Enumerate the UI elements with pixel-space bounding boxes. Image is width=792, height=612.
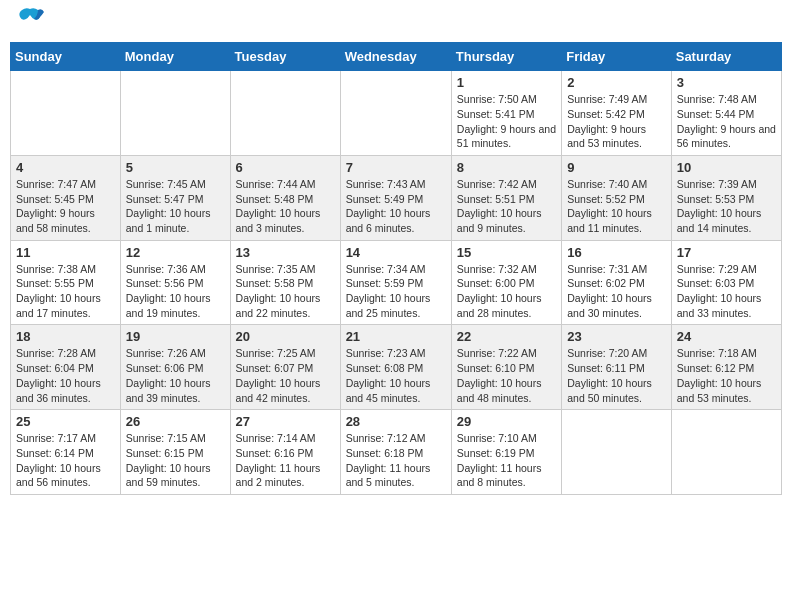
calendar-cell (340, 71, 451, 156)
day-info: Sunrise: 7:42 AM Sunset: 5:51 PM Dayligh… (457, 177, 556, 236)
day-info: Sunrise: 7:10 AM Sunset: 6:19 PM Dayligh… (457, 431, 556, 490)
day-info: Sunrise: 7:17 AM Sunset: 6:14 PM Dayligh… (16, 431, 115, 490)
week-row-3: 11Sunrise: 7:38 AM Sunset: 5:55 PM Dayli… (11, 240, 782, 325)
calendar-cell: 23Sunrise: 7:20 AM Sunset: 6:11 PM Dayli… (562, 325, 672, 410)
day-info: Sunrise: 7:26 AM Sunset: 6:06 PM Dayligh… (126, 346, 225, 405)
day-number: 1 (457, 75, 556, 90)
page-header (10, 10, 782, 34)
day-info: Sunrise: 7:40 AM Sunset: 5:52 PM Dayligh… (567, 177, 666, 236)
day-number: 17 (677, 245, 776, 260)
calendar-cell: 28Sunrise: 7:12 AM Sunset: 6:18 PM Dayli… (340, 410, 451, 495)
day-info: Sunrise: 7:22 AM Sunset: 6:10 PM Dayligh… (457, 346, 556, 405)
calendar-cell: 3Sunrise: 7:48 AM Sunset: 5:44 PM Daylig… (671, 71, 781, 156)
calendar-cell: 22Sunrise: 7:22 AM Sunset: 6:10 PM Dayli… (451, 325, 561, 410)
calendar-table: SundayMondayTuesdayWednesdayThursdayFrid… (10, 42, 782, 495)
calendar-cell (671, 410, 781, 495)
calendar-cell (11, 71, 121, 156)
day-number: 13 (236, 245, 335, 260)
calendar-cell: 26Sunrise: 7:15 AM Sunset: 6:15 PM Dayli… (120, 410, 230, 495)
day-number: 26 (126, 414, 225, 429)
day-number: 19 (126, 329, 225, 344)
day-info: Sunrise: 7:47 AM Sunset: 5:45 PM Dayligh… (16, 177, 115, 236)
day-number: 4 (16, 160, 115, 175)
calendar-cell (562, 410, 672, 495)
day-number: 28 (346, 414, 446, 429)
calendar-cell: 5Sunrise: 7:45 AM Sunset: 5:47 PM Daylig… (120, 155, 230, 240)
weekday-header-row: SundayMondayTuesdayWednesdayThursdayFrid… (11, 43, 782, 71)
day-info: Sunrise: 7:20 AM Sunset: 6:11 PM Dayligh… (567, 346, 666, 405)
day-info: Sunrise: 7:29 AM Sunset: 6:03 PM Dayligh… (677, 262, 776, 321)
weekday-header-wednesday: Wednesday (340, 43, 451, 71)
day-number: 27 (236, 414, 335, 429)
week-row-2: 4Sunrise: 7:47 AM Sunset: 5:45 PM Daylig… (11, 155, 782, 240)
calendar-cell: 19Sunrise: 7:26 AM Sunset: 6:06 PM Dayli… (120, 325, 230, 410)
day-info: Sunrise: 7:18 AM Sunset: 6:12 PM Dayligh… (677, 346, 776, 405)
calendar-cell: 24Sunrise: 7:18 AM Sunset: 6:12 PM Dayli… (671, 325, 781, 410)
weekday-header-thursday: Thursday (451, 43, 561, 71)
day-number: 20 (236, 329, 335, 344)
day-number: 21 (346, 329, 446, 344)
calendar-cell: 29Sunrise: 7:10 AM Sunset: 6:19 PM Dayli… (451, 410, 561, 495)
calendar-cell: 27Sunrise: 7:14 AM Sunset: 6:16 PM Dayli… (230, 410, 340, 495)
day-number: 3 (677, 75, 776, 90)
weekday-header-monday: Monday (120, 43, 230, 71)
day-info: Sunrise: 7:45 AM Sunset: 5:47 PM Dayligh… (126, 177, 225, 236)
weekday-header-tuesday: Tuesday (230, 43, 340, 71)
day-number: 12 (126, 245, 225, 260)
calendar-cell: 6Sunrise: 7:44 AM Sunset: 5:48 PM Daylig… (230, 155, 340, 240)
day-number: 8 (457, 160, 556, 175)
calendar-cell: 4Sunrise: 7:47 AM Sunset: 5:45 PM Daylig… (11, 155, 121, 240)
day-info: Sunrise: 7:23 AM Sunset: 6:08 PM Dayligh… (346, 346, 446, 405)
calendar-cell (120, 71, 230, 156)
day-info: Sunrise: 7:34 AM Sunset: 5:59 PM Dayligh… (346, 262, 446, 321)
logo-bird-icon (16, 7, 44, 29)
calendar-cell: 20Sunrise: 7:25 AM Sunset: 6:07 PM Dayli… (230, 325, 340, 410)
day-number: 16 (567, 245, 666, 260)
calendar-cell: 17Sunrise: 7:29 AM Sunset: 6:03 PM Dayli… (671, 240, 781, 325)
calendar-cell: 18Sunrise: 7:28 AM Sunset: 6:04 PM Dayli… (11, 325, 121, 410)
calendar-cell: 12Sunrise: 7:36 AM Sunset: 5:56 PM Dayli… (120, 240, 230, 325)
calendar-cell: 10Sunrise: 7:39 AM Sunset: 5:53 PM Dayli… (671, 155, 781, 240)
day-info: Sunrise: 7:36 AM Sunset: 5:56 PM Dayligh… (126, 262, 225, 321)
calendar-cell: 8Sunrise: 7:42 AM Sunset: 5:51 PM Daylig… (451, 155, 561, 240)
day-info: Sunrise: 7:44 AM Sunset: 5:48 PM Dayligh… (236, 177, 335, 236)
weekday-header-friday: Friday (562, 43, 672, 71)
day-number: 18 (16, 329, 115, 344)
day-number: 6 (236, 160, 335, 175)
calendar-cell: 25Sunrise: 7:17 AM Sunset: 6:14 PM Dayli… (11, 410, 121, 495)
calendar-cell: 16Sunrise: 7:31 AM Sunset: 6:02 PM Dayli… (562, 240, 672, 325)
day-info: Sunrise: 7:43 AM Sunset: 5:49 PM Dayligh… (346, 177, 446, 236)
day-info: Sunrise: 7:28 AM Sunset: 6:04 PM Dayligh… (16, 346, 115, 405)
day-number: 9 (567, 160, 666, 175)
weekday-header-sunday: Sunday (11, 43, 121, 71)
day-number: 11 (16, 245, 115, 260)
calendar-cell: 11Sunrise: 7:38 AM Sunset: 5:55 PM Dayli… (11, 240, 121, 325)
day-number: 22 (457, 329, 556, 344)
day-info: Sunrise: 7:25 AM Sunset: 6:07 PM Dayligh… (236, 346, 335, 405)
day-number: 7 (346, 160, 446, 175)
calendar-cell: 2Sunrise: 7:49 AM Sunset: 5:42 PM Daylig… (562, 71, 672, 156)
day-info: Sunrise: 7:31 AM Sunset: 6:02 PM Dayligh… (567, 262, 666, 321)
day-info: Sunrise: 7:50 AM Sunset: 5:41 PM Dayligh… (457, 92, 556, 151)
day-number: 15 (457, 245, 556, 260)
calendar-cell: 13Sunrise: 7:35 AM Sunset: 5:58 PM Dayli… (230, 240, 340, 325)
day-info: Sunrise: 7:39 AM Sunset: 5:53 PM Dayligh… (677, 177, 776, 236)
day-info: Sunrise: 7:48 AM Sunset: 5:44 PM Dayligh… (677, 92, 776, 151)
week-row-4: 18Sunrise: 7:28 AM Sunset: 6:04 PM Dayli… (11, 325, 782, 410)
day-number: 24 (677, 329, 776, 344)
day-info: Sunrise: 7:32 AM Sunset: 6:00 PM Dayligh… (457, 262, 556, 321)
day-info: Sunrise: 7:14 AM Sunset: 6:16 PM Dayligh… (236, 431, 335, 490)
calendar-cell: 21Sunrise: 7:23 AM Sunset: 6:08 PM Dayli… (340, 325, 451, 410)
calendar-cell: 1Sunrise: 7:50 AM Sunset: 5:41 PM Daylig… (451, 71, 561, 156)
logo (14, 10, 44, 34)
day-number: 5 (126, 160, 225, 175)
calendar-cell (230, 71, 340, 156)
day-number: 2 (567, 75, 666, 90)
day-info: Sunrise: 7:12 AM Sunset: 6:18 PM Dayligh… (346, 431, 446, 490)
week-row-1: 1Sunrise: 7:50 AM Sunset: 5:41 PM Daylig… (11, 71, 782, 156)
calendar-cell: 15Sunrise: 7:32 AM Sunset: 6:00 PM Dayli… (451, 240, 561, 325)
day-info: Sunrise: 7:49 AM Sunset: 5:42 PM Dayligh… (567, 92, 666, 151)
week-row-5: 25Sunrise: 7:17 AM Sunset: 6:14 PM Dayli… (11, 410, 782, 495)
day-number: 29 (457, 414, 556, 429)
calendar-cell: 7Sunrise: 7:43 AM Sunset: 5:49 PM Daylig… (340, 155, 451, 240)
